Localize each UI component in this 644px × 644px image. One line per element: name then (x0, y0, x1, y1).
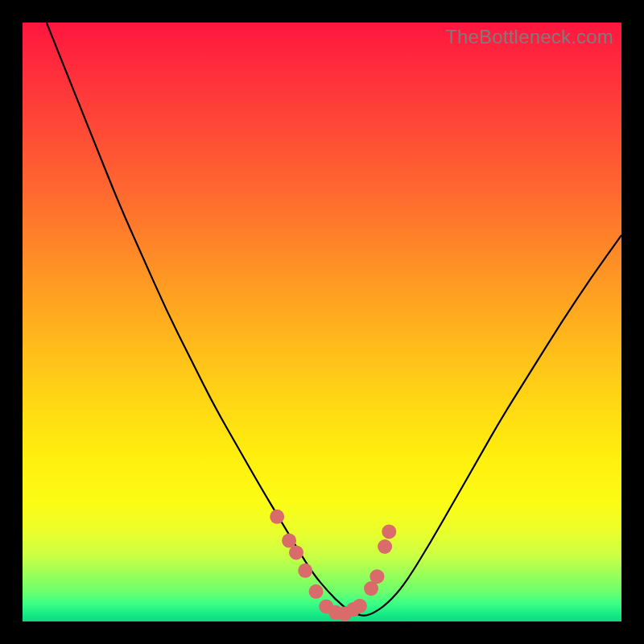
data-point (369, 569, 384, 584)
data-point (309, 584, 324, 599)
data-point (289, 545, 303, 559)
bottleneck-curve (47, 23, 621, 616)
plot-area: TheBottleneck.com (23, 23, 621, 621)
data-point (353, 599, 367, 613)
data-point (378, 539, 392, 554)
data-point (270, 510, 284, 524)
marker-cluster (270, 510, 396, 621)
data-point (382, 524, 396, 539)
overlay-svg (23, 23, 621, 621)
data-point (298, 564, 312, 578)
chart-frame: TheBottleneck.com (0, 0, 644, 644)
